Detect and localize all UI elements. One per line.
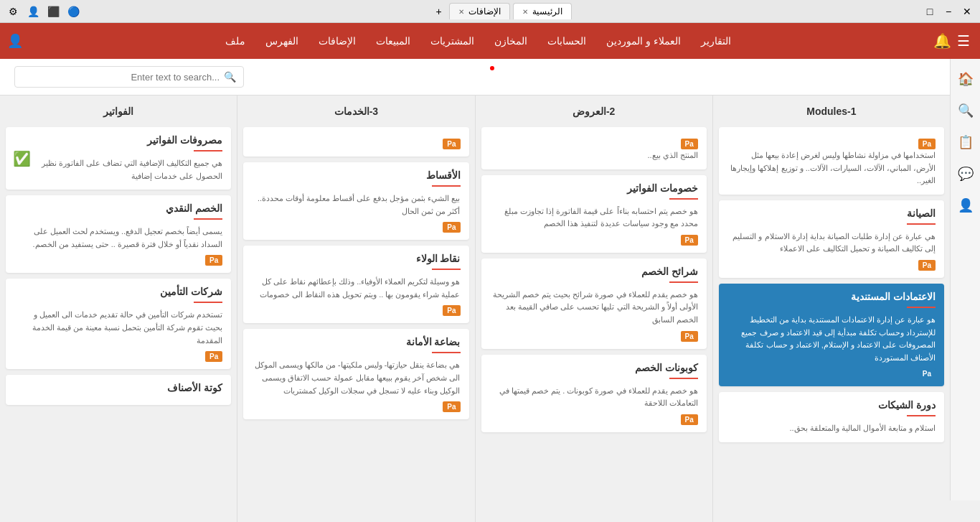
card-invoice-discounts[interactable]: خصومات الفواتير هو خصم يتم احتسابه بناءا… [481,175,707,253]
nav-addons[interactable]: الإضافات [308,23,366,59]
title-bar-icons: 🔵 ⬛ 👤 ⚙ [6,4,80,19]
card-desc: استلام و متابعة الأموال المالية والمتعلق… [727,422,936,435]
tab-home-label: الرئيسية [532,6,562,17]
card-title: شرائح الخصم [490,266,698,277]
nav-links: التقارير العملاء و الموردين الحسابات الم… [215,23,741,59]
card-coupons[interactable]: كوبونات الخصم هو خصم يقدم للعملاء في صور… [481,355,707,432]
hamburger-menu-icon[interactable]: ☰ [954,29,973,52]
browser-icon-1[interactable]: 🔵 [66,4,80,19]
card-title: الصيانة [727,208,936,219]
card-services-1[interactable]: Pa [243,127,468,157]
card-desc: هي عبارة عن إدارة طلبات الصيانة بداية إد… [727,230,936,256]
card-documentary-credit[interactable]: الاعتمادات المستندية هو عبارة عن إدارة ا… [719,284,944,386]
card-desc: هو عبارة عن إدارة الاعتمادات المستندية ب… [727,314,936,364]
card-title: كوتة الأصناف [14,382,222,393]
card-divider [194,302,222,303]
card-installments[interactable]: الأقساط بيع الشيء بثمن مؤجل بدفع على أقس… [243,162,468,240]
card-divider [907,307,936,308]
search-box[interactable]: 🔍 [14,66,244,88]
card-desc: هي جميع التكاليف الإضافية التي تضاف على … [14,157,222,182]
nav-right: ☰ 🔔 [933,29,973,52]
card-desc: هي بضاعة ينقل حيازتها- وليس ملكيتها- من … [252,359,460,397]
new-tab-button[interactable]: + [432,4,446,19]
tab-addons[interactable]: الإضافات ✕ [449,3,510,19]
card-desc: هو وسيلة لتكريم العملاء الأوفياء.. وذلك … [252,276,460,301]
tab-addons-close[interactable]: ✕ [458,8,464,16]
card-discount-slabs[interactable]: شرائح الخصم هو خصم يقدم للعملاء في صورة … [481,258,707,349]
card-consignment[interactable]: بضاعة الأمانة هي بضاعة ينقل حيازتها- ولي… [243,329,468,419]
sidebar-user-icon[interactable]: 👤 [953,192,979,218]
card-maintenance[interactable]: الصيانة هي عبارة عن إدارة طلبات الصيانة … [719,200,944,278]
tab-addons-label: الإضافات [468,6,501,17]
card-desc: يسمى أيضاً بخصم تعجيل الدفع.. ويستخدم لح… [14,225,222,251]
column-modules-header: Modules-1 [719,101,944,121]
sidebar-chat-icon[interactable]: 💬 [953,161,979,187]
card-divider [432,185,461,187]
sidebar-doc-icon[interactable]: 📋 [953,129,979,155]
nav-suppliers[interactable]: العملاء و الموردين [596,23,691,59]
card-badge: Pa [443,401,460,412]
minimize-win-icon[interactable]: − [941,4,956,19]
card-cash-discount[interactable]: الخصم النقدي يسمى أيضاً بخصم تعجيل الدفع… [6,195,231,273]
card-modules-1[interactable]: Pa استخدامها في مزاولة نشاطها وليس لغرض … [719,127,944,195]
card-checks[interactable]: دورة الشيكات استلام و متابعة الأموال الم… [719,392,944,442]
card-insurance-companies[interactable]: شركات التأمين تستخدم شركات التأمين في حا… [6,279,231,369]
card-badge: Pa [681,235,698,246]
column-modules: Modules-1 Pa استخدامها في مزاولة نشاطها … [712,95,950,522]
column-services-header: 3-الخدمات [243,101,468,121]
column-offers: 2-العروض Pa المنتج الذي بيع.. خصومات الف… [475,95,712,522]
column-invoices-header: الفواتير [6,101,231,121]
card-divider [194,218,222,220]
card-title: شركات التأمين [14,286,222,297]
browser-icon-2[interactable]: ⬛ [46,4,60,19]
card-title: الأقساط [252,169,460,181]
main-content: Modules-1 Pa استخدامها في مزاولة نشاطها … [0,95,980,522]
nav-reports[interactable]: التقارير [691,23,741,59]
card-invoice-expenses[interactable]: مصروفات الفواتير هي جميع التكاليف الإضاف… [6,127,231,190]
card-title: بضاعة الأمانة [252,336,460,348]
nav-index[interactable]: الفهرس [255,23,308,59]
card-divider [907,223,936,225]
card-title: الخصم النقدي [14,202,222,214]
card-divider [432,269,461,270]
sidebar-search-icon[interactable]: 🔍 [953,98,979,123]
browser-icon-3[interactable]: 👤 [26,4,40,19]
nav-purchases[interactable]: المشتريات [420,23,484,59]
card-offers-1[interactable]: Pa المنتج الذي بيع.. [481,127,707,169]
card-desc: هو خصم يقدم للعملاء في صورة كوبونات . يت… [490,385,698,410]
card-badge: Pa [443,305,460,316]
tab-home[interactable]: الرئيسية ✕ [513,3,572,19]
person-icon[interactable]: 👤 [7,33,23,49]
bell-icon[interactable]: 🔔 [933,32,951,50]
card-divider [669,198,698,200]
card-title: الاعتمادات المستندية [727,291,936,302]
card-badge: Pa [681,414,698,425]
search-area: 🔍 [0,59,980,95]
card-badge: Pa [681,139,698,149]
card-loyalty-points[interactable]: نقاط الولاء هو وسيلة لتكريم العملاء الأو… [243,246,468,323]
nav-accounts[interactable]: الحسابات [537,23,596,59]
nav-left: 👤 [7,33,23,49]
card-divider [669,378,698,379]
card-desc: استخدامها في مزاولة نشاطها وليس لغرض إعا… [727,149,936,187]
close-win-icon[interactable]: ✕ [960,4,974,19]
card-item-quota[interactable]: كوتة الأصناف [6,375,231,405]
card-title: دورة الشيكات [727,399,936,411]
nav-file[interactable]: ملف [215,23,255,59]
card-divider [907,415,936,416]
search-input[interactable] [22,72,220,83]
card-badge: Pa [205,351,222,362]
check-icon: ✅ [13,150,31,167]
browser-icon-4[interactable]: ⚙ [6,4,20,19]
card-badge: Pa [918,139,936,149]
sidebar-home-icon[interactable]: 🏠 [953,66,979,92]
nav-warehouses[interactable]: المخازن [484,23,537,59]
column-offers-header: 2-العروض [481,101,707,121]
card-divider [194,150,222,152]
card-desc: تستخدم شركات التأمين في حالة تقديم خدمات… [14,309,222,347]
card-badge: Pa [918,368,936,379]
maximize-win-icon[interactable]: □ [923,4,937,19]
nav-sales[interactable]: المبيعات [366,23,420,59]
tab-home-close[interactable]: ✕ [522,8,528,16]
search-icon: 🔍 [224,71,236,83]
